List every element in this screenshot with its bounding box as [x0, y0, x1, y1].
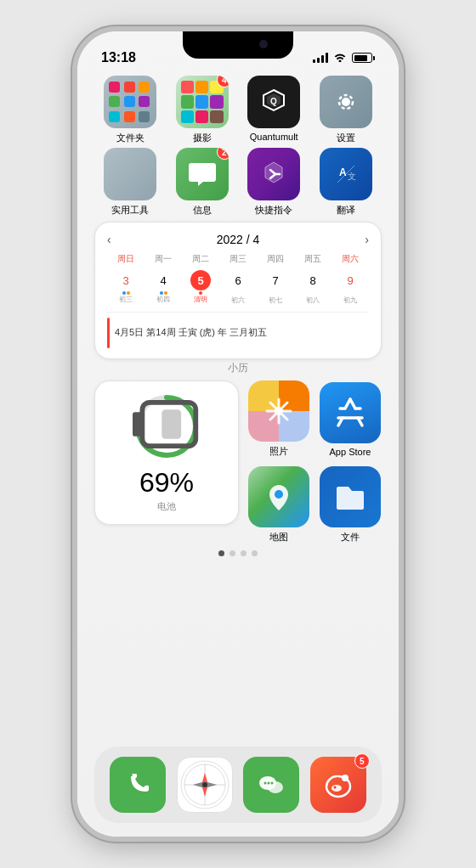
app-translate[interactable]: A 文 翻译 [315, 148, 377, 217]
svg-point-29 [264, 782, 267, 785]
day-tue: 周二 [182, 253, 219, 265]
app-label-utility: 实用工具 [111, 204, 149, 217]
svg-point-33 [332, 785, 342, 792]
dock: 5 [94, 747, 382, 823]
app-label-shortcuts: 快捷指令 [255, 204, 292, 217]
cal-date-8[interactable]: 8 初八 [294, 268, 332, 307]
event-indicator [107, 318, 110, 348]
calendar-header: ‹ 2022 / 4 › [107, 233, 369, 246]
quantumult-icon[interactable]: Q [247, 76, 300, 128]
app-camera[interactable]: 4 摄影 [172, 76, 233, 144]
weibo-badge: 5 [354, 753, 370, 769]
calendar-dates: 3 初三 4 初四 [107, 268, 369, 307]
appstore-icon[interactable] [320, 382, 381, 443]
camera-icon-bg[interactable]: 4 [176, 76, 229, 128]
battery-icon [352, 53, 375, 63]
cal-date-3[interactable]: 3 初三 [107, 268, 144, 307]
label-photos: 照片 [269, 445, 288, 458]
signal-icon [313, 53, 328, 63]
messages-icon[interactable]: 2 [176, 148, 229, 200]
translate-icon[interactable]: A 文 [320, 148, 372, 200]
svg-rect-9 [133, 412, 142, 437]
calendar-widget-label: 小历 [94, 361, 382, 375]
bottom-widgets: 69% 电池 [94, 380, 382, 544]
maps-icon[interactable] [248, 466, 309, 527]
app-utility[interactable]: 实用工具 [99, 148, 161, 217]
day-sun: 周日 [107, 253, 144, 265]
calendar-event-bar: 4月5日 第14周 壬寅 (虎) 年 三月初五 [107, 312, 369, 348]
dock-app-phone[interactable] [110, 757, 166, 813]
utility-icon[interactable] [104, 148, 156, 200]
cal-date-6[interactable]: 6 初六 [219, 268, 257, 307]
dock-app-weibo[interactable]: 5 [310, 757, 366, 813]
page-dots [94, 550, 382, 556]
svg-point-28 [268, 781, 283, 793]
app-label-settings: 设置 [337, 132, 355, 144]
page-dot-3 [241, 550, 246, 556]
dock-app-safari[interactable] [177, 757, 233, 813]
app-settings[interactable]: 设置 [315, 76, 377, 144]
calendar-prev[interactable]: ‹ [107, 233, 111, 246]
svg-point-20 [275, 407, 283, 415]
page-dot-4 [252, 550, 258, 556]
battery-widget[interactable]: 69% 电池 [94, 380, 239, 525]
messages-badge: 2 [217, 148, 229, 160]
app-label-folder: 文件夹 [116, 132, 144, 144]
notch [183, 31, 293, 59]
dock-app-wechat[interactable] [243, 757, 299, 813]
app-shortcuts[interactable]: 快捷指令 [243, 148, 304, 217]
calendar-widget[interactable]: ‹ 2022 / 4 › 周日 周一 周二 周三 周四 周五 周六 3 [94, 222, 382, 359]
app-label-messages: 信息 [193, 204, 212, 217]
app-label-translate: 翻译 [337, 204, 355, 217]
home-screen-content: 文件夹 4 [77, 76, 399, 556]
files-icon[interactable] [320, 466, 381, 527]
calendar-title: 2022 / 4 [217, 233, 260, 246]
battery-label: 电池 [157, 500, 176, 513]
safari-icon[interactable] [177, 757, 233, 813]
svg-point-26 [202, 782, 207, 787]
svg-point-21 [275, 490, 283, 499]
cal-date-4[interactable]: 4 初四 [144, 268, 182, 307]
app-appstore[interactable]: App Store [319, 380, 382, 458]
app-maps[interactable]: 地图 [247, 466, 310, 544]
calendar-event-text: 4月5日 第14周 壬寅 (虎) 年 三月初五 [115, 325, 267, 341]
battery-circle [133, 392, 201, 460]
cal-date-5-today[interactable]: 5 清明 [182, 268, 219, 307]
wechat-icon[interactable] [243, 757, 299, 813]
cal-date-9[interactable]: 9 初九 [332, 268, 369, 307]
screen: 13:18 [77, 31, 399, 837]
app-folder[interactable]: 文件夹 [99, 76, 161, 144]
shortcuts-icon[interactable] [247, 148, 300, 200]
app-files[interactable]: 文件 [319, 466, 382, 544]
label-files: 文件 [341, 531, 360, 544]
day-thu: 周四 [257, 253, 294, 265]
svg-point-31 [271, 782, 274, 785]
svg-text:文: 文 [348, 172, 356, 181]
app-label-camera: 摄影 [193, 132, 212, 144]
svg-point-34 [333, 786, 336, 789]
page-dot-2 [230, 550, 235, 556]
calendar-next[interactable]: › [365, 233, 369, 246]
cal-date-7[interactable]: 7 初七 [257, 268, 294, 307]
label-maps: 地图 [269, 531, 288, 544]
right-app-grid: 照片 App Store [247, 380, 382, 544]
day-mon: 周一 [144, 253, 182, 265]
day-sat: 周六 [332, 253, 369, 265]
wifi-icon [333, 52, 347, 65]
photos-icon[interactable] [248, 380, 309, 442]
day-wed: 周三 [219, 253, 257, 265]
phone-icon[interactable] [110, 757, 166, 813]
app-photos[interactable]: 照片 [247, 380, 310, 458]
svg-point-32 [342, 775, 348, 781]
svg-rect-10 [162, 409, 181, 438]
battery-percent: 69% [139, 467, 194, 499]
svg-point-1 [342, 98, 350, 106]
calendar-days-header: 周日 周一 周二 周三 周四 周五 周六 [107, 253, 369, 265]
app-messages[interactable]: 2 信息 [172, 148, 233, 217]
settings-icon[interactable] [320, 76, 372, 128]
folder-icon[interactable] [104, 76, 156, 128]
weibo-icon[interactable]: 5 [310, 757, 366, 813]
svg-text:Q: Q [270, 97, 277, 106]
app-quantumult[interactable]: Q Quantumult [243, 76, 304, 144]
battery-device-icon [133, 391, 201, 463]
